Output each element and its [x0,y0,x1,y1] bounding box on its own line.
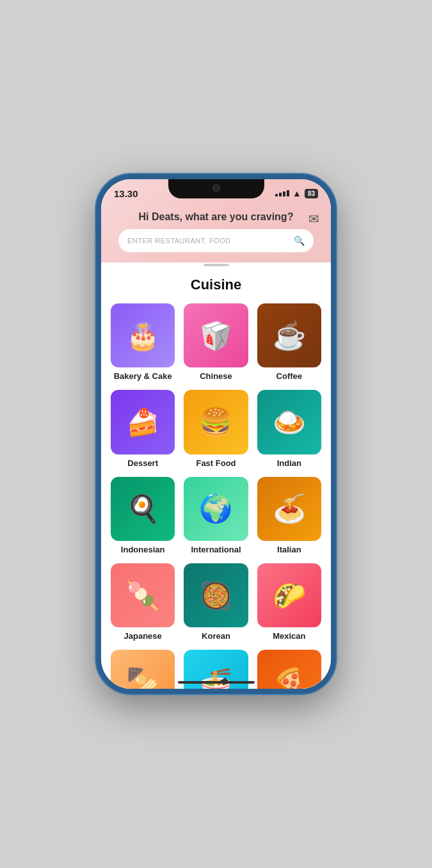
section-title: Cuisine [111,277,321,293]
cuisine-item-pizza-pasta[interactable]: 🍕 Pizza & Pasta [257,650,321,689]
cuisine-item-japanese[interactable]: 🍡 Japanese [111,563,175,641]
cuisine-img-indonesian: 🍳 [111,477,175,541]
cuisine-item-mexican[interactable]: 🌮 Mexican [257,563,321,641]
wifi-icon: ▲ [292,188,301,198]
cuisine-img-japanese: 🍡 [111,563,175,627]
cuisine-img-international: 🌍 [184,477,248,541]
korean-icon: 🥘 [184,563,248,627]
cuisine-label-fast-food: Fast Food [196,458,236,468]
cuisine-item-italian[interactable]: 🍝 Italian [257,477,321,554]
mexican-icon: 🌮 [257,563,321,627]
cuisine-label-chinese: Chinese [200,371,232,381]
battery-indicator: 83 [305,189,318,198]
cuisine-label-indonesian: Indonesian [121,545,165,554]
notch [168,179,264,198]
cuisine-label-bakery-cake: Bakery & Cake [114,371,172,381]
dessert-icon: 🍰 [111,390,175,454]
notch-camera [212,184,220,192]
signal-icon [275,190,289,197]
cuisine-img-chinese: 🥡 [184,303,248,367]
cuisine-img-dessert: 🍰 [111,390,175,454]
indonesian-icon: 🍳 [111,477,175,541]
content-body: Cuisine 🎂 Bakery & Cake 🥡 C [101,262,331,689]
bakery-cake-icon: 🎂 [111,303,175,367]
italian-icon: 🍝 [257,477,321,541]
cuisine-label-coffee: Coffee [276,371,302,381]
cuisine-img-mexican: 🌮 [257,563,321,627]
indian-icon: 🍛 [257,390,321,454]
cuisine-item-middle-eastern[interactable]: 🍢 Middle Eastern [111,650,175,689]
cuisine-item-international[interactable]: 🌍 International [184,477,248,554]
cuisine-img-fast-food: 🍔 [184,390,248,454]
pizza-pasta-icon: 🍕 [257,650,321,689]
japanese-icon: 🍡 [111,563,175,627]
cuisine-label-indian: Indian [277,458,301,468]
cuisine-img-italian: 🍝 [257,477,321,541]
cuisine-img-coffee: ☕ [257,303,321,367]
international-icon: 🌍 [184,477,248,541]
chinese-icon: 🥡 [184,303,248,367]
scroll-handle [204,264,229,266]
cuisine-item-dessert[interactable]: 🍰 Dessert [111,390,175,467]
main-content: Cuisine 🎂 Bakery & Cake 🥡 C [101,179,331,689]
cuisine-img-korean: 🥘 [184,563,248,627]
cuisine-img-bakery-cake: 🎂 [111,303,175,367]
cuisine-label-mexican: Mexican [273,631,305,641]
cuisine-label-international: International [191,545,241,554]
cuisine-item-korean[interactable]: 🥘 Korean [184,563,248,641]
status-icons: ▲ 83 [275,188,318,198]
coffee-icon: ☕ [257,303,321,367]
fast-food-icon: 🍔 [184,390,248,454]
cuisine-item-indian[interactable]: 🍛 Indian [257,390,321,467]
cuisine-label-korean: Korean [202,631,230,641]
cuisine-item-fast-food[interactable]: 🍔 Fast Food [184,390,248,467]
cuisine-img-indian: 🍛 [257,390,321,454]
phone-frame: 13.30 ▲ 83 Hi Deats, what are you cravin… [96,174,336,694]
cuisine-img-pizza-pasta: 🍕 [257,650,321,689]
cuisine-item-chinese[interactable]: 🥡 Chinese [184,303,248,381]
cuisine-item-indonesian[interactable]: 🍳 Indonesian [111,477,175,554]
cuisine-img-middle-eastern: 🍢 [111,650,175,689]
middle-eastern-icon: 🍢 [111,650,175,689]
home-bar [178,681,255,684]
cuisine-item-bakery-cake[interactable]: 🎂 Bakery & Cake [111,303,175,381]
cuisine-item-coffee[interactable]: ☕ Coffee [257,303,321,381]
cuisine-label-japanese: Japanese [124,631,162,641]
phone-inner: 13.30 ▲ 83 Hi Deats, what are you cravin… [101,179,331,689]
status-time: 13.30 [114,188,138,199]
cuisine-label-italian: Italian [277,545,301,554]
cuisine-label-dessert: Dessert [127,458,158,468]
cuisine-grid: 🎂 Bakery & Cake 🥡 Chinese [111,303,321,689]
